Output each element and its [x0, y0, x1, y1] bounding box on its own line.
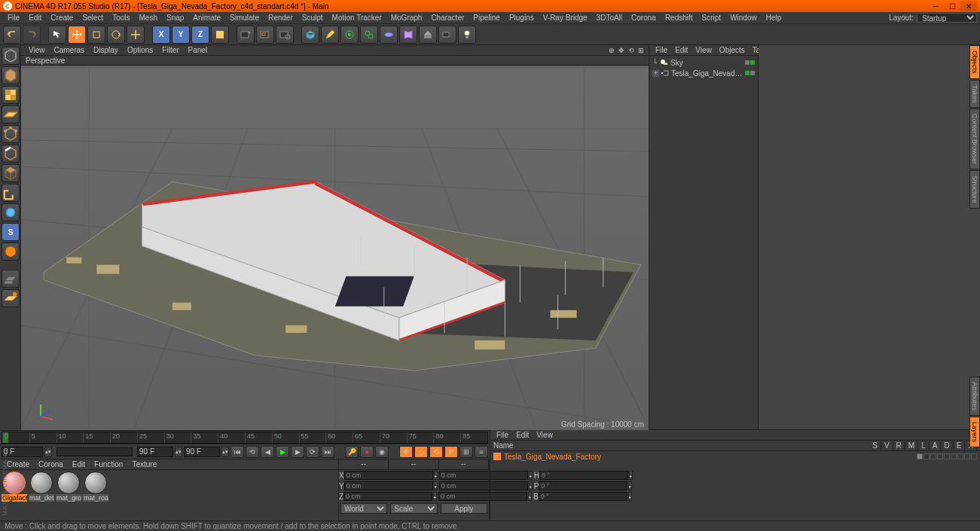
scale-key-button[interactable]: ◇ — [414, 446, 428, 458]
spinner[interactable]: ▸ — [434, 471, 438, 480]
menu-tools[interactable]: Tools — [108, 13, 134, 23]
redo-button[interactable] — [23, 26, 41, 44]
autokey-button[interactable]: ● — [360, 446, 374, 458]
add-pen-button[interactable] — [321, 26, 339, 44]
tab-structure[interactable]: Structure — [969, 170, 980, 209]
add-nurbs-button[interactable] — [360, 26, 378, 44]
flag-x[interactable] — [971, 453, 977, 459]
tab-layers[interactable]: Layers — [969, 417, 980, 447]
render-settings-button[interactable] — [276, 26, 294, 44]
vm-display[interactable]: Display — [89, 46, 123, 54]
menu-3dtoall[interactable]: 3DToAll — [592, 13, 627, 23]
render-dot[interactable] — [750, 60, 755, 65]
scale-button[interactable] — [87, 26, 105, 44]
vm-view[interactable]: View — [24, 46, 50, 54]
y-axis-button[interactable]: Y — [172, 26, 190, 44]
material-item[interactable]: mat_det — [29, 471, 54, 519]
coord-pos-z[interactable] — [343, 492, 432, 501]
pla-key-button[interactable]: ⊞ — [459, 446, 473, 458]
col-v[interactable]: V — [881, 441, 893, 450]
mat-menu-corona[interactable]: Corona — [35, 460, 67, 468]
menu-create[interactable]: Create — [46, 13, 78, 23]
rotate-button[interactable] — [107, 26, 125, 44]
spinner[interactable]: ▸ — [433, 492, 437, 501]
menu-corona[interactable]: Corona — [627, 13, 661, 23]
col-d[interactable]: D — [941, 441, 953, 450]
goto-prev-key-button[interactable]: ⟲ — [246, 446, 259, 458]
vp-nav1-icon[interactable]: ⊕ — [607, 46, 616, 55]
coord-apply-button[interactable]: Apply — [441, 503, 487, 514]
move-button[interactable] — [68, 26, 86, 44]
layer-color-icon[interactable] — [493, 453, 501, 460]
menu-edit[interactable]: Edit — [24, 13, 46, 23]
goto-end-button[interactable]: ⏭ — [321, 446, 334, 458]
coord-system-button[interactable] — [211, 26, 229, 44]
menu-vraybridge[interactable]: V-Ray Bridge — [539, 13, 592, 23]
point-mode-button[interactable] — [2, 125, 20, 143]
vm-cameras[interactable]: Cameras — [50, 46, 90, 54]
col-m[interactable]: M — [905, 441, 918, 450]
col-s[interactable]: S — [869, 441, 881, 450]
viewport-3d[interactable]: Grid Spacing : 10000 cm — [21, 66, 649, 430]
menu-redshift[interactable]: Redshift — [661, 13, 698, 23]
make-editable-button[interactable] — [2, 47, 20, 65]
flag-d[interactable] — [957, 453, 963, 459]
flag-e[interactable] — [964, 453, 970, 459]
render-region-button[interactable] — [256, 26, 274, 44]
mat-menu-function[interactable]: Function — [90, 460, 127, 468]
col-r[interactable]: R — [893, 441, 905, 450]
tweak-button[interactable] — [2, 203, 20, 221]
frame-spinner[interactable]: ▴▾ — [44, 447, 52, 457]
keyframe-sel-button[interactable]: ◉ — [375, 446, 389, 458]
menu-pipeline[interactable]: Pipeline — [469, 13, 505, 23]
workplane-button[interactable] — [2, 105, 20, 124]
add-deformer-button[interactable] — [399, 26, 417, 44]
goto-start-button[interactable]: ⏮ — [230, 446, 244, 458]
flag-a[interactable] — [951, 453, 957, 459]
menu-file[interactable]: File — [3, 13, 24, 23]
layer-row[interactable]: Tesla_Giga_Nevada_Factory — [490, 451, 980, 462]
struct-menu-view[interactable]: View — [533, 431, 556, 439]
obj-menu-edit[interactable]: Edit — [672, 46, 691, 54]
coord-pos-x[interactable] — [344, 471, 433, 480]
tree-expand-icon[interactable]: + — [652, 70, 659, 77]
locked-workplane-button[interactable] — [2, 270, 20, 288]
material-item[interactable]: mat_roa — [83, 471, 108, 519]
frame-spinner[interactable]: ▴▾ — [175, 447, 182, 457]
menu-script[interactable]: Script — [698, 13, 726, 23]
last-tool-button[interactable] — [127, 26, 145, 44]
planar-workplane-button[interactable] — [2, 289, 20, 307]
z-axis-button[interactable]: Z — [191, 26, 209, 44]
next-frame-button[interactable]: ▶ — [291, 446, 304, 458]
render-view-button[interactable] — [237, 26, 255, 44]
edge-mode-button[interactable] — [2, 145, 20, 163]
tab-takes[interactable]: Takes — [969, 80, 980, 108]
tab-content-browser[interactable]: Content Browser — [969, 108, 980, 169]
minimize-button[interactable]: ─ — [927, 1, 944, 11]
menu-character[interactable]: Character — [426, 13, 469, 23]
menu-render[interactable]: Render — [264, 13, 298, 23]
menu-motiontracker[interactable]: Motion Tracker — [328, 13, 386, 23]
obj-menu-view[interactable]: View — [692, 46, 715, 54]
add-array-button[interactable] — [380, 26, 398, 44]
menu-mograph[interactable]: MoGraph — [386, 13, 427, 23]
col-e[interactable]: E — [954, 441, 966, 450]
mat-menu-edit[interactable]: Edit — [69, 460, 89, 468]
flag-m[interactable] — [937, 453, 943, 459]
menu-plugins[interactable]: Plugins — [505, 13, 539, 23]
add-spline-button[interactable] — [340, 26, 359, 44]
key-options-button[interactable]: ≡ — [475, 446, 488, 458]
obj-menu-objects[interactable]: Objects — [716, 46, 748, 54]
menu-select[interactable]: Select — [78, 13, 108, 23]
snap-enable-button[interactable]: S — [2, 223, 20, 241]
struct-menu-file[interactable]: File — [493, 431, 511, 439]
undo-button[interactable] — [3, 26, 21, 44]
vis-dot[interactable] — [745, 60, 750, 65]
flag-v[interactable] — [924, 453, 930, 459]
flag-s[interactable] — [917, 453, 923, 459]
rot-key-button[interactable]: ⟲ — [429, 446, 443, 458]
tab-attributes[interactable]: Attributes — [969, 377, 980, 416]
obj-row-sky[interactable]: └ Sky — [651, 57, 756, 68]
spinner[interactable]: ▸ — [434, 481, 438, 490]
playback-slider[interactable] — [56, 447, 133, 456]
